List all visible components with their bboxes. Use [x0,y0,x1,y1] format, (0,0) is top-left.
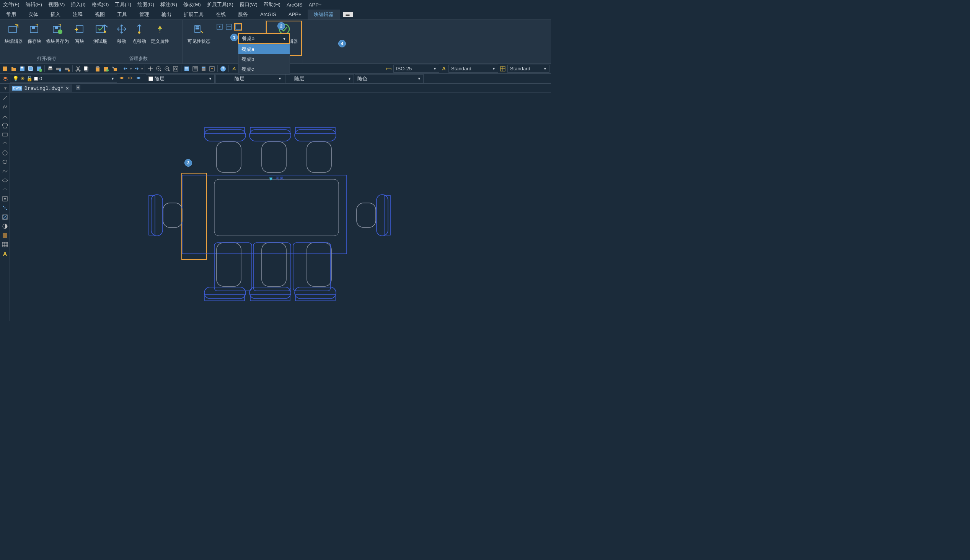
polygon-tool-icon[interactable] [1,121,9,130]
undo-icon[interactable] [122,65,129,73]
zoom-in-icon[interactable] [155,65,162,73]
menu-appplus[interactable]: APP+ [309,2,322,8]
ellipsearc-tool-icon[interactable] [1,185,9,194]
lineweight-dropdown[interactable]: —随层▼ [285,74,354,83]
menu-help[interactable]: 帮助(H) [264,1,281,8]
save-icon[interactable] [18,65,26,73]
rectangle-tool-icon[interactable] [1,130,9,139]
tab-view[interactable]: 视图 [89,10,111,20]
menu-view[interactable]: 视图(V) [48,1,65,8]
tab-manage[interactable]: 管理 [133,10,156,20]
layer-dropdown[interactable]: 💡 ☀ 🔓 0 ▼ [10,75,117,83]
plotstyle-dropdown[interactable]: 随色▼ [355,74,423,83]
btn-point-move[interactable]: 点移动 [130,22,149,46]
document-tab[interactable]: DWG Drawing1.dwg* × [9,85,72,92]
block-tool-icon[interactable] [1,195,9,203]
calculator-icon[interactable] [200,65,207,73]
menu-file[interactable]: 文件(F) [3,1,20,8]
menu-tools[interactable]: 工具(T) [115,1,131,8]
ellipse-tool-icon[interactable] [1,176,9,185]
menu-dimension[interactable]: 标注(N) [161,1,177,8]
table-tool-icon[interactable] [1,240,9,249]
btn-move[interactable]: 移动 [113,22,130,46]
menu-arcgis[interactable]: ArcGIS [287,2,303,8]
region-tool-icon[interactable] [1,231,9,240]
ribbon-toggle-icon[interactable]: ▬ [343,12,353,17]
dropdown-item-a[interactable]: 餐桌a [238,44,290,54]
color-dropdown[interactable]: 随层▼ [146,74,215,83]
new-icon[interactable] [2,65,9,73]
btn-define-attr[interactable]: 定义属性 [149,22,171,46]
paste-icon[interactable] [94,65,101,73]
saveas-icon[interactable] [35,65,43,73]
tab-online[interactable]: 在线 [210,10,232,20]
menu-extend[interactable]: 扩展工具(X) [207,1,233,8]
spline-tool-icon[interactable] [1,167,9,175]
tab-tools[interactable]: 工具 [111,10,133,20]
print-icon[interactable] [46,65,54,73]
list-icon[interactable] [191,65,199,73]
btn-block-editor[interactable]: 块编辑器 [2,22,25,46]
tab-output[interactable]: 输出 [156,10,177,20]
dropdown-item-b[interactable]: 餐桌b [238,54,290,64]
circle-tool-icon[interactable] [1,149,9,157]
btn-point[interactable]: 点 [97,22,113,46]
tab-blockeditor[interactable]: 块编辑器 [308,10,340,20]
visibility-tool2-icon[interactable] [225,23,232,31]
open-icon[interactable] [10,65,18,73]
zoom-out-icon[interactable] [163,65,171,73]
arc3p-tool-icon[interactable] [1,140,9,148]
drawing-canvas[interactable]: 可见 [10,93,551,321]
tab-service[interactable]: 服务 [232,10,254,20]
options-icon[interactable] [208,65,216,73]
table-style-dropdown[interactable]: Standard▼ [507,65,550,73]
tab-home[interactable]: 常用 [0,10,22,20]
menu-format[interactable]: 格式(O) [92,1,109,8]
pan-icon[interactable] [147,65,154,73]
revcloud-tool-icon[interactable] [1,158,9,166]
menu-edit[interactable]: 编辑(E) [26,1,42,8]
btn-save-block-as[interactable]: 将块另存为 [43,22,71,46]
text-style-dropdown[interactable]: Standard▼ [448,65,498,73]
saveall-icon[interactable] [27,65,34,73]
dropdown-selected[interactable]: 餐桌a ▼ [238,33,290,44]
line-tool-icon[interactable] [1,93,9,102]
cut-icon[interactable] [74,65,82,73]
tab-menu-icon[interactable]: ▾ [2,85,9,92]
layer-props-icon[interactable] [2,75,9,83]
annotation-icon[interactable]: A [230,65,238,73]
text-tool-icon[interactable]: A [1,250,9,258]
hatch-tool-icon[interactable] [1,213,9,221]
tab-arcgis[interactable]: ArcGIS [254,10,283,19]
linetype-dropdown[interactable]: ———随层▼ [216,74,284,83]
point-tool-icon[interactable] [1,204,9,212]
copy-icon[interactable] [83,65,90,73]
layer-uniso-icon[interactable] [126,75,134,83]
menu-draw[interactable]: 绘图(D) [137,1,154,8]
tab-extend[interactable]: 扩展工具 [177,10,210,20]
help-icon[interactable]: ? [219,65,227,73]
tab-annotate[interactable]: 注释 [67,10,89,20]
print-multi-icon[interactable] [63,65,71,73]
menu-insert[interactable]: 插入(I) [71,1,85,8]
btn-save-block[interactable]: 保存块 [25,22,43,46]
gradient-tool-icon[interactable] [1,222,9,230]
redo-icon[interactable] [133,65,140,73]
btn-visibility-state[interactable]: 可见性状态 [185,22,213,46]
visibility-tool3-icon[interactable] [234,23,242,31]
menu-modify[interactable]: 修改(M) [183,1,201,8]
zoom-extents-icon[interactable] [172,65,179,73]
tab-entity[interactable]: 实体 [22,10,44,20]
layer-iso-icon[interactable] [118,75,125,83]
dim-style-dropdown[interactable]: ISO-25▼ [393,65,439,73]
btn-write-block[interactable]: 写块 [71,22,88,46]
print-preview-icon[interactable] [55,65,62,73]
dropdown-item-c[interactable]: 餐桌c [238,64,290,74]
layer-prev-icon[interactable] [135,75,142,83]
match-prop-icon[interactable] [110,65,118,73]
add-tab-icon[interactable] [75,85,81,92]
tab-insert[interactable]: 插入 [44,10,67,20]
close-tab-icon[interactable]: × [66,85,69,92]
arc-tool-icon[interactable] [1,112,9,120]
tab-appplus[interactable]: APP+ [283,10,308,19]
